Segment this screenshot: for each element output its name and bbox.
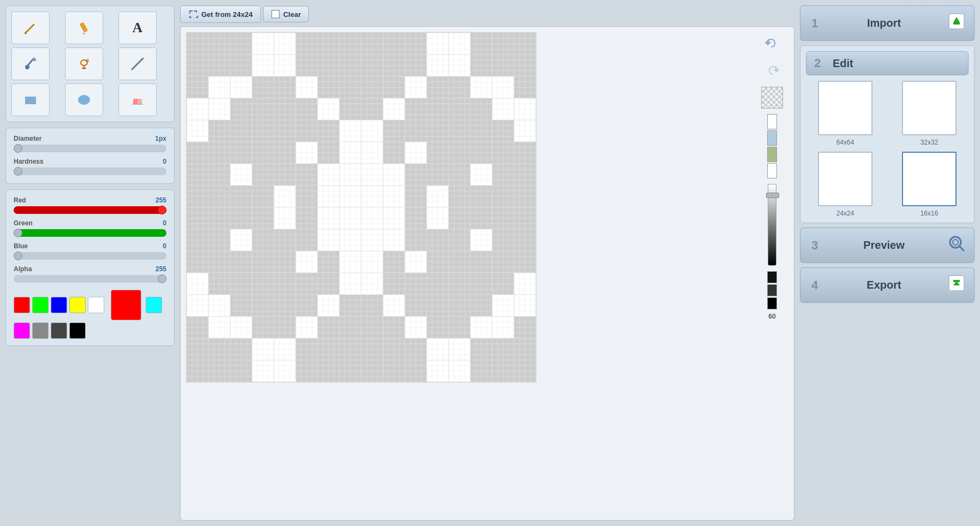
size-24-label: 24x24 xyxy=(836,210,854,217)
vertical-color-slider[interactable] xyxy=(768,184,776,266)
alpha-value: 255 xyxy=(156,265,166,273)
svg-rect-17 xyxy=(272,10,279,18)
redo-icon xyxy=(763,63,781,80)
color-strip-lightblue[interactable] xyxy=(767,130,777,146)
pixel-canvas[interactable] xyxy=(186,32,536,382)
svg-point-5 xyxy=(25,65,29,69)
transparency-swatch[interactable] xyxy=(761,87,783,109)
size-24x24[interactable]: 24x24 xyxy=(806,152,885,217)
left-panel: A xyxy=(5,5,175,521)
edit-header[interactable]: 2 Edit xyxy=(806,51,969,75)
red-slider[interactable] xyxy=(14,206,166,214)
diameter-value: 1px xyxy=(155,135,166,142)
color-strips xyxy=(767,114,777,178)
ellipse-tool[interactable] xyxy=(65,83,103,116)
swatch-darkgray[interactable] xyxy=(51,322,67,339)
export-num: 4 xyxy=(808,278,821,292)
right-tools: 60 xyxy=(756,32,788,515)
size-64-label: 64x64 xyxy=(836,139,854,146)
color-strip-darkgray[interactable] xyxy=(767,284,777,296)
right-panel: 1 Import 2 Edit 64x64 32x32 xyxy=(800,5,975,521)
resize-icon xyxy=(188,9,198,19)
rect-tool[interactable] xyxy=(11,83,50,116)
clear-icon xyxy=(271,10,280,19)
preview-num: 3 xyxy=(808,238,821,253)
edit-section: 2 Edit 64x64 32x32 24x24 16x16 xyxy=(800,45,975,223)
undo-button[interactable] xyxy=(760,32,784,56)
svg-marker-3 xyxy=(83,32,85,34)
hardness-value: 0 xyxy=(163,158,166,165)
svg-rect-6 xyxy=(32,57,36,62)
eyedropper-tool[interactable] xyxy=(11,47,50,80)
color-box: Red 255 Green 0 Blue 0 Alpha 255 xyxy=(5,189,175,346)
hardness-slider[interactable] xyxy=(14,168,166,175)
vertical-slider-thumb[interactable] xyxy=(766,193,779,198)
export-icon xyxy=(947,273,966,297)
export-label: Export xyxy=(827,279,941,291)
svg-line-22 xyxy=(959,246,964,250)
get-from-24x24-button[interactable]: Get from 24x24 xyxy=(180,5,261,23)
clear-button[interactable]: Clear xyxy=(263,6,309,22)
blue-value: 0 xyxy=(163,242,166,250)
canvas-area: 60 xyxy=(180,26,794,521)
size-64x64[interactable]: 64x64 xyxy=(806,81,885,146)
preview-section-button[interactable]: 3 Preview xyxy=(800,228,975,263)
bottom-color-strips xyxy=(767,271,777,309)
tool-grid: A xyxy=(11,11,169,116)
red-value: 255 xyxy=(156,196,166,204)
pen-tool[interactable] xyxy=(11,11,50,44)
alpha-label: Alpha xyxy=(14,265,32,273)
color-strip-black2[interactable] xyxy=(767,297,777,309)
size-canvas-64[interactable] xyxy=(818,81,873,135)
swatch-cyan[interactable] xyxy=(146,297,162,313)
green-label: Green xyxy=(14,219,33,227)
size-32x32[interactable]: 32x32 xyxy=(890,81,969,146)
swatch-green[interactable] xyxy=(32,297,49,313)
red-label: Red xyxy=(14,196,26,204)
svg-rect-26 xyxy=(953,280,960,282)
current-color-swatch[interactable] xyxy=(111,290,141,320)
swatch-red[interactable] xyxy=(14,297,30,313)
size-canvas-24[interactable] xyxy=(818,152,873,206)
size-16x16[interactable]: 16x16 xyxy=(890,152,969,217)
svg-point-13 xyxy=(78,95,90,105)
swatch-magenta[interactable] xyxy=(14,322,30,339)
swatch-gray[interactable] xyxy=(32,322,49,339)
size-canvas-32[interactable] xyxy=(902,81,957,135)
color-strip-white2[interactable] xyxy=(767,163,777,178)
preview-icon xyxy=(947,234,966,257)
color-strip-black[interactable] xyxy=(767,271,777,283)
diameter-slider[interactable] xyxy=(14,145,166,152)
export-section-button[interactable]: 4 Export xyxy=(800,267,975,303)
alpha-slider[interactable] xyxy=(14,275,166,283)
svg-line-11 xyxy=(132,58,143,69)
svg-line-4 xyxy=(27,59,33,66)
line-tool[interactable] xyxy=(118,47,157,80)
green-slider[interactable] xyxy=(14,229,166,237)
pencil-tool[interactable] xyxy=(65,11,103,44)
swatch-blue[interactable] xyxy=(51,297,67,313)
swatch-yellow[interactable] xyxy=(69,297,86,313)
color-strip-green[interactable] xyxy=(767,147,777,162)
redo-button[interactable] xyxy=(760,59,784,83)
svg-point-23 xyxy=(953,240,958,245)
blue-slider[interactable] xyxy=(14,252,166,260)
brush-box: Diameter 1px Hardness 0 xyxy=(5,128,175,184)
color-strip-white[interactable] xyxy=(767,114,777,129)
toolbar-bar: Get from 24x24 Clear xyxy=(180,5,794,23)
clone-tool[interactable] xyxy=(65,47,103,80)
import-label: Import xyxy=(827,17,941,29)
tool-box: A xyxy=(5,5,175,122)
preview-label: Preview xyxy=(827,239,941,252)
text-tool[interactable]: A xyxy=(118,11,157,44)
size-canvas-16[interactable] xyxy=(902,152,957,206)
import-num: 1 xyxy=(808,16,821,31)
swatch-white[interactable] xyxy=(88,297,104,313)
svg-point-10 xyxy=(86,59,89,62)
swatch-black[interactable] xyxy=(69,322,86,339)
eraser-tool[interactable] xyxy=(118,83,157,116)
import-section-button[interactable]: 1 Import xyxy=(800,5,975,41)
edit-label: Edit xyxy=(833,57,960,70)
svg-rect-12 xyxy=(25,97,36,104)
svg-rect-2 xyxy=(80,22,88,33)
